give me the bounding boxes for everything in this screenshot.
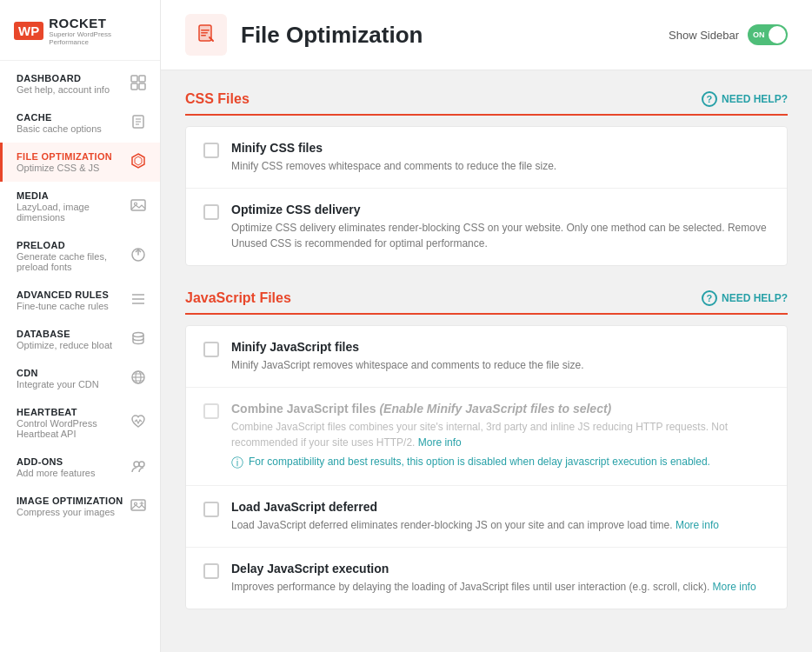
show-sidebar-toggle[interactable]: ON xyxy=(748,24,788,45)
nav-item-sublabel: Optimize CSS & JS xyxy=(17,163,112,173)
nav-item-sublabel: Integrate your CDN xyxy=(17,379,99,389)
svg-rect-29 xyxy=(201,32,208,34)
advanced-rules-icon xyxy=(130,291,146,310)
media-icon xyxy=(130,197,146,216)
css-section-title: CSS Files xyxy=(185,91,250,107)
sidebar-item-cache[interactable]: CACHEBasic cache options xyxy=(0,103,160,143)
sidebar-item-dashboard[interactable]: DASHBOARDGet help, account info xyxy=(0,64,160,103)
svg-rect-2 xyxy=(131,83,137,90)
nav-item-label: DATABASE xyxy=(17,329,112,339)
delay-js-desc: Improves performance by delaying the loa… xyxy=(231,579,756,595)
delay-js-more-info-link[interactable]: More info xyxy=(713,581,756,593)
optimize-css-content: Optimize CSS delivery Optimize CSS deliv… xyxy=(231,203,769,251)
sidebar-item-cdn[interactable]: CDNIntegrate your CDN xyxy=(0,359,160,398)
nav-item-sublabel: Add more features xyxy=(17,468,96,478)
nav-item-label: ADD-ONS xyxy=(17,456,96,467)
sidebar-item-preload[interactable]: PRELOADGenerate cache files, preload fon… xyxy=(0,231,160,281)
sidebar-item-image-optimization[interactable]: IMAGE OPTIMIZATIONCompress your images xyxy=(0,487,160,526)
svg-rect-3 xyxy=(139,83,145,90)
logo-rocket-main: ROCKET xyxy=(49,16,146,30)
notice-info-icon: ⓘ xyxy=(231,456,243,471)
svg-point-22 xyxy=(134,462,139,467)
delay-js-row: Delay JavaScript execution Improves perf… xyxy=(186,548,787,609)
load-js-more-info-link[interactable]: More info xyxy=(676,519,719,531)
nav-item-sublabel: Fine-tune cache rules xyxy=(17,301,109,311)
svg-rect-10 xyxy=(131,200,145,210)
load-js-deferred-content: Load JavaScript deferred Load JavaScript… xyxy=(231,500,719,533)
nav-item-label: MEDIA xyxy=(17,190,127,201)
cache-icon xyxy=(130,114,146,133)
minify-js-checkbox[interactable] xyxy=(203,342,219,357)
svg-rect-24 xyxy=(131,500,145,510)
combine-js-content: Combine JavaScript files (Enable Minify … xyxy=(231,402,769,471)
load-js-deferred-checkbox[interactable] xyxy=(203,502,219,517)
nav-item-label: IMAGE OPTIMIZATION xyxy=(17,496,123,506)
js-need-help-label: NEED HELP? xyxy=(722,292,788,304)
dashboard-icon xyxy=(130,75,146,94)
minify-js-desc: Minify JavaScript removes whitespace and… xyxy=(231,357,584,373)
js-need-help-link[interactable]: ? NEED HELP? xyxy=(702,290,788,306)
nav-item-sublabel: Generate cache files, preload fonts xyxy=(17,251,127,272)
minify-js-title: Minify JavaScript files xyxy=(231,340,584,354)
nav-item-text: DASHBOARDGet help, account info xyxy=(17,73,110,95)
notice-text: For compatibility and best results, this… xyxy=(249,456,710,468)
show-sidebar-label: Show Sidebar xyxy=(669,29,739,42)
page-title: File Optimization xyxy=(241,22,423,49)
toggle-knob xyxy=(769,26,786,43)
optimize-css-desc: Optimize CSS delivery eliminates render-… xyxy=(231,220,769,251)
sidebar-item-heartbeat[interactable]: HEARTBEATControl WordPress Heartbeat API xyxy=(0,398,160,448)
combine-js-notice: ⓘ For compatibility and best results, th… xyxy=(231,456,769,471)
main-content: File Optimization Show Sidebar ON CSS Fi… xyxy=(161,0,812,652)
nav-item-label: ADVANCED RULES xyxy=(17,289,109,300)
svg-marker-9 xyxy=(135,156,142,165)
cdn-icon xyxy=(130,369,146,389)
sidebar: WP ROCKET Superior WordPress Performance… xyxy=(0,0,161,652)
nav-item-sublabel: Compress your images xyxy=(17,507,123,517)
sidebar-nav: DASHBOARDGet help, account infoCACHEBasi… xyxy=(0,61,160,652)
database-icon xyxy=(130,330,146,349)
image-optimization-icon xyxy=(130,497,146,516)
nav-item-text: PRELOADGenerate cache files, preload fon… xyxy=(17,240,127,272)
css-help-icon: ? xyxy=(702,91,717,107)
js-section-header: JavaScript Files ? NEED HELP? xyxy=(185,290,788,315)
sidebar-item-database[interactable]: DATABASEOptimize, reduce bloat xyxy=(0,320,160,359)
nav-item-text: CACHEBasic cache options xyxy=(17,112,102,134)
minify-css-checkbox[interactable] xyxy=(203,143,219,158)
nav-item-label: CDN xyxy=(17,368,99,378)
svg-rect-28 xyxy=(201,30,210,31)
combine-js-more-info-link[interactable]: More info xyxy=(418,436,462,449)
css-need-help-label: NEED HELP? xyxy=(722,93,788,105)
delay-js-checkbox[interactable] xyxy=(203,563,219,579)
nav-item-text: ADD-ONSAdd more features xyxy=(17,456,96,478)
nav-item-text: ADVANCED RULESFine-tune cache rules xyxy=(17,289,109,311)
css-section-header: CSS Files ? NEED HELP? xyxy=(185,91,788,116)
minify-css-desc: Minify CSS removes whitespace and commen… xyxy=(231,158,556,174)
add-ons-icon xyxy=(130,458,146,477)
css-files-section: CSS Files ? NEED HELP? Minify CSS files … xyxy=(185,91,788,266)
toggle-on-label: ON xyxy=(753,30,765,39)
page-header-icon xyxy=(185,14,227,56)
combine-js-title: Combine JavaScript files (Enable Minify … xyxy=(231,402,769,416)
load-js-deferred-title: Load JavaScript deferred xyxy=(231,500,719,514)
sidebar-item-add-ons[interactable]: ADD-ONSAdd more features xyxy=(0,448,160,487)
heartbeat-icon xyxy=(130,414,146,433)
combine-js-desc: Combine JavaScript files combines your s… xyxy=(231,419,769,450)
svg-marker-8 xyxy=(132,154,144,168)
nav-item-text: CDNIntegrate your CDN xyxy=(17,368,99,389)
file-optimization-icon xyxy=(194,23,218,47)
nav-item-sublabel: Basic cache options xyxy=(17,123,102,134)
sidebar-item-advanced-rules[interactable]: ADVANCED RULESFine-tune cache rules xyxy=(0,281,160,320)
nav-item-sublabel: Control WordPress Heartbeat API xyxy=(17,418,127,439)
combine-js-checkbox[interactable] xyxy=(203,403,219,419)
svg-rect-30 xyxy=(201,35,206,37)
combine-js-italic: (Enable Minify JavaScript files to selec… xyxy=(379,402,611,416)
minify-js-content: Minify JavaScript files Minify JavaScrip… xyxy=(231,340,584,373)
sidebar-logo: WP ROCKET Superior WordPress Performance xyxy=(0,0,160,61)
nav-item-sublabel: Optimize, reduce bloat xyxy=(17,340,112,350)
css-need-help-link[interactable]: ? NEED HELP? xyxy=(702,91,788,107)
js-options-card: Minify JavaScript files Minify JavaScrip… xyxy=(185,325,788,609)
sidebar-item-file-optimization[interactable]: FILE OPTIMIZATIONOptimize CSS & JS xyxy=(0,143,160,182)
sidebar-item-media[interactable]: MEDIALazyLoad, image dimensions xyxy=(0,182,160,231)
optimize-css-checkbox[interactable] xyxy=(203,204,219,220)
nav-item-text: HEARTBEATControl WordPress Heartbeat API xyxy=(17,407,127,439)
